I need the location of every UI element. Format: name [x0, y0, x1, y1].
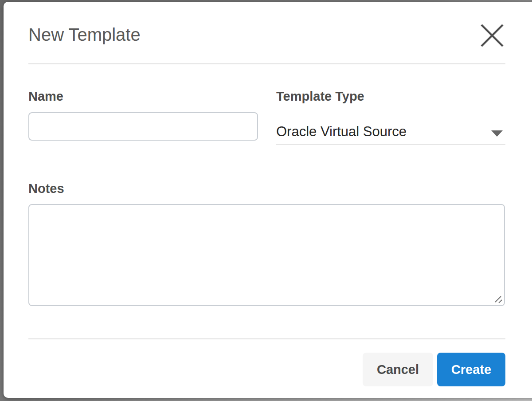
resize-grip-icon[interactable]	[493, 295, 503, 304]
cancel-button[interactable]: Cancel	[363, 353, 433, 386]
footer-divider	[28, 338, 505, 339]
name-input[interactable]	[28, 112, 258, 141]
notes-label: Notes	[28, 181, 64, 196]
notes-field-wrapper	[28, 204, 505, 306]
template-type-dropdown[interactable]: Oracle Virtual Source	[276, 119, 505, 145]
template-type-selected-value: Oracle Virtual Source	[276, 119, 505, 144]
new-template-dialog: New Template Name Template Type Oracle V…	[4, 2, 532, 398]
dialog-title: New Template	[28, 24, 141, 45]
close-icon	[480, 24, 504, 47]
template-type-label: Template Type	[276, 89, 364, 104]
close-button[interactable]	[476, 20, 508, 51]
header-divider	[28, 63, 505, 64]
chevron-down-icon	[491, 130, 503, 137]
name-label: Name	[28, 89, 63, 104]
create-button[interactable]: Create	[437, 353, 505, 386]
notes-textarea[interactable]	[28, 204, 505, 306]
